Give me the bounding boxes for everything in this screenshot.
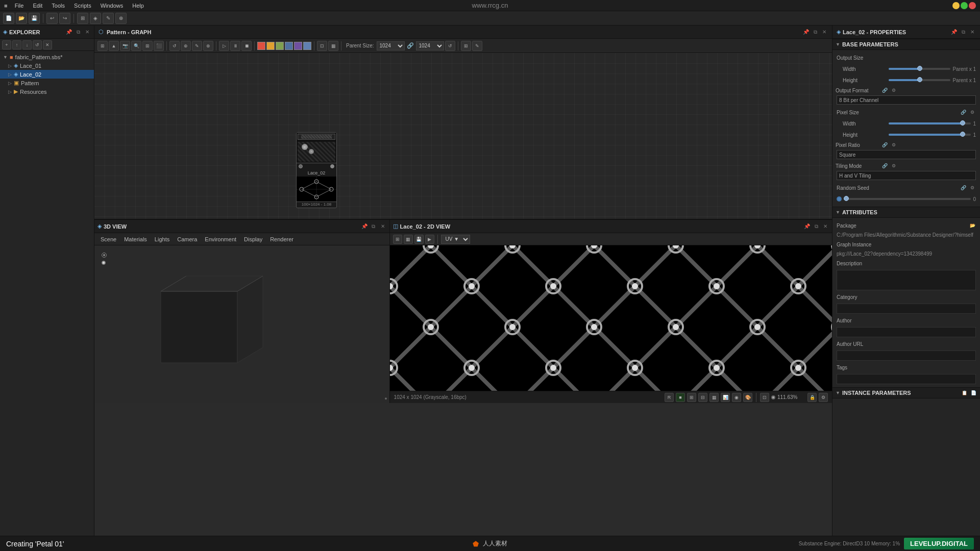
v2d-status-btn4[interactable]: ⊟ — [698, 393, 707, 402]
view2d-close[interactable]: ✕ — [822, 223, 829, 230]
pixel-ratio-settings[interactable]: ⚙ — [890, 141, 897, 148]
gtb-btn9[interactable]: ✎ — [192, 41, 202, 51]
width-slider[interactable] — [889, 68, 950, 70]
random-seed-link[interactable]: 🔗 — [960, 184, 967, 191]
instance-params-icon2[interactable]: 📄 — [970, 389, 977, 396]
gtb-btn15[interactable]: ▦ — [328, 41, 338, 51]
pixel-width-thumb[interactable] — [960, 120, 965, 126]
tiling-mode-settings[interactable]: ⚙ — [890, 162, 897, 169]
exp-tb2[interactable]: ↑ — [12, 40, 21, 49]
port-output[interactable] — [330, 164, 334, 168]
color-swatch-blue2[interactable] — [303, 42, 311, 50]
author-input[interactable] — [837, 327, 976, 337]
maximize-button[interactable] — [961, 2, 968, 9]
color-swatch-red[interactable] — [257, 42, 265, 50]
menu-file[interactable]: File — [11, 2, 28, 10]
gtb-btn5[interactable]: ⊞ — [142, 41, 153, 51]
gtb-btn14[interactable]: ⊡ — [317, 41, 327, 51]
v2d-uv-select[interactable]: UV ▼ — [441, 235, 470, 244]
graph-canvas[interactable]: Lace_02 — [94, 53, 832, 219]
height-slider-thumb[interactable] — [917, 77, 922, 82]
v3d-scene[interactable]: Scene — [97, 236, 119, 242]
view3d-pin[interactable]: 📌 — [361, 223, 368, 230]
v2d-status-btn2[interactable]: ■ — [676, 393, 685, 402]
v2d-fit[interactable]: ⊡ — [760, 393, 769, 402]
gtb-btn6[interactable]: ⬛ — [154, 41, 164, 51]
width-slider-thumb[interactable] — [917, 66, 922, 71]
tb-new[interactable]: 📄 — [3, 13, 14, 24]
v3d-camera[interactable]: Camera — [174, 236, 200, 242]
tb-open[interactable]: 📂 — [16, 13, 27, 24]
output-format-value[interactable]: 8 Bit per Channel — [837, 95, 976, 105]
tree-item-file[interactable]: ▼ ■ fabric_Pattern.sbs* — [0, 53, 94, 61]
graph-pin[interactable]: 📌 — [802, 29, 810, 36]
gtb-btn4[interactable]: 🔍 — [131, 41, 141, 51]
gtb-btn7[interactable]: ↺ — [169, 41, 180, 51]
menu-scripts[interactable]: Scripts — [70, 2, 95, 10]
tags-input[interactable] — [837, 374, 976, 384]
v3d-materials[interactable]: Materials — [121, 236, 150, 242]
random-seed-settings[interactable]: ⚙ — [969, 184, 976, 191]
v2d-status-btn6[interactable]: 📊 — [721, 393, 730, 402]
explorer-close[interactable]: ✕ — [84, 29, 91, 36]
parent-size-select2[interactable]: 1024 — [416, 41, 444, 51]
exp-tb1[interactable]: + — [2, 40, 11, 49]
props-float[interactable]: ⧉ — [960, 29, 967, 36]
tree-item-pattern[interactable]: ▷ ▣ Pattern — [0, 79, 94, 87]
v2d-lock[interactable]: 🔒 — [807, 393, 817, 402]
output-format-settings[interactable]: ⚙ — [890, 87, 897, 94]
seed-slider[interactable] — [844, 198, 971, 200]
graph-close[interactable]: ✕ — [821, 29, 828, 36]
gtb-btn13[interactable]: ⏹ — [241, 41, 252, 51]
color-swatch-blue[interactable] — [285, 42, 293, 50]
v2d-btn1[interactable]: ⊞ — [393, 235, 402, 244]
color-swatch-green[interactable] — [276, 42, 284, 50]
gtb-refresh[interactable]: ↺ — [445, 41, 455, 51]
pixel-height-slider[interactable] — [889, 134, 971, 136]
tb-btn3[interactable]: ⊞ — [77, 13, 88, 24]
tree-item-resources[interactable]: ▷ ▶ Resources — [0, 87, 94, 96]
attributes-header[interactable]: ▼ ATTRIBUTES — [832, 207, 980, 218]
exp-tb4[interactable]: ↺ — [33, 40, 42, 49]
pixel-width-slider[interactable] — [889, 122, 971, 124]
tb-undo[interactable]: ↩ — [46, 13, 58, 24]
gtb-btn16[interactable]: ⊞ — [461, 41, 471, 51]
v2d-settings[interactable]: ⚙ — [819, 393, 828, 402]
gtb-btn10[interactable]: ⊗ — [203, 41, 213, 51]
exp-tb3[interactable]: ↓ — [22, 40, 32, 49]
v3d-renderer[interactable]: Renderer — [267, 236, 297, 242]
pixel-ratio-value[interactable]: Square — [837, 150, 976, 159]
description-input[interactable] — [837, 270, 976, 290]
category-input[interactable] — [837, 304, 976, 314]
view2d-pin[interactable]: 📌 — [803, 223, 811, 230]
color-swatch-orange[interactable] — [266, 42, 275, 50]
gtb-btn1[interactable]: ⊞ — [97, 41, 108, 51]
close-button[interactable] — [969, 2, 976, 9]
gtb-btn2[interactable]: ▲ — [109, 41, 119, 51]
exp-tb5[interactable]: ✕ — [43, 40, 52, 49]
props-pin[interactable]: 📌 — [950, 29, 958, 36]
gtb-btn12[interactable]: ⏸ — [230, 41, 240, 51]
tb-btn4[interactable]: ◈ — [90, 13, 101, 24]
minimize-button[interactable] — [952, 2, 960, 9]
tb-btn5[interactable]: ✎ — [103, 13, 114, 24]
package-open[interactable]: 📂 — [969, 222, 976, 229]
props-close[interactable]: ✕ — [969, 29, 976, 36]
v3d-environment[interactable]: Environment — [202, 236, 239, 242]
menu-help[interactable]: Help — [128, 2, 148, 10]
explorer-float[interactable]: ⧉ — [75, 29, 82, 36]
tiling-mode-link[interactable]: 🔗 — [881, 162, 888, 169]
instance-params-header[interactable]: ▼ INSTANCE PARAMETERS 📋 📄 — [832, 387, 980, 398]
v2d-status-btn7[interactable]: ◉ — [732, 393, 741, 402]
tb-btn6[interactable]: ⊕ — [115, 13, 127, 24]
v2d-status-btn1[interactable]: R — [665, 393, 674, 402]
tiling-value[interactable]: H and V Tiling — [837, 171, 976, 180]
pixel-size-link[interactable]: 🔗 — [960, 109, 967, 116]
pixel-height-thumb[interactable] — [960, 132, 965, 137]
explorer-pin[interactable]: 📌 — [65, 29, 72, 36]
height-slider[interactable] — [889, 79, 950, 81]
view3d-close[interactable]: ✕ — [379, 223, 386, 230]
v3d-display[interactable]: Display — [241, 236, 265, 242]
menu-edit[interactable]: Edit — [29, 2, 46, 10]
v2d-status-btn3[interactable]: ⊞ — [687, 393, 696, 402]
